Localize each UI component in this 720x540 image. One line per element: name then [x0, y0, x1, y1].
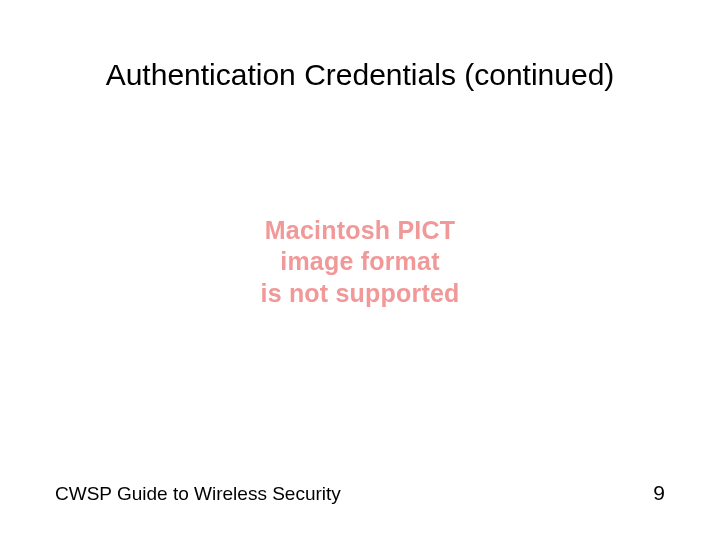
slide-title: Authentication Credentials (continued): [0, 58, 720, 92]
slide-container: Authentication Credentials (continued) M…: [0, 0, 720, 540]
error-line-1: Macintosh PICT: [0, 215, 720, 246]
footer-source-text: CWSP Guide to Wireless Security: [55, 483, 341, 505]
slide-footer: CWSP Guide to Wireless Security 9: [55, 481, 665, 505]
error-line-3: is not supported: [0, 278, 720, 309]
page-number: 9: [653, 481, 665, 505]
image-error-message: Macintosh PICT image format is not suppo…: [0, 215, 720, 309]
error-line-2: image format: [0, 246, 720, 277]
